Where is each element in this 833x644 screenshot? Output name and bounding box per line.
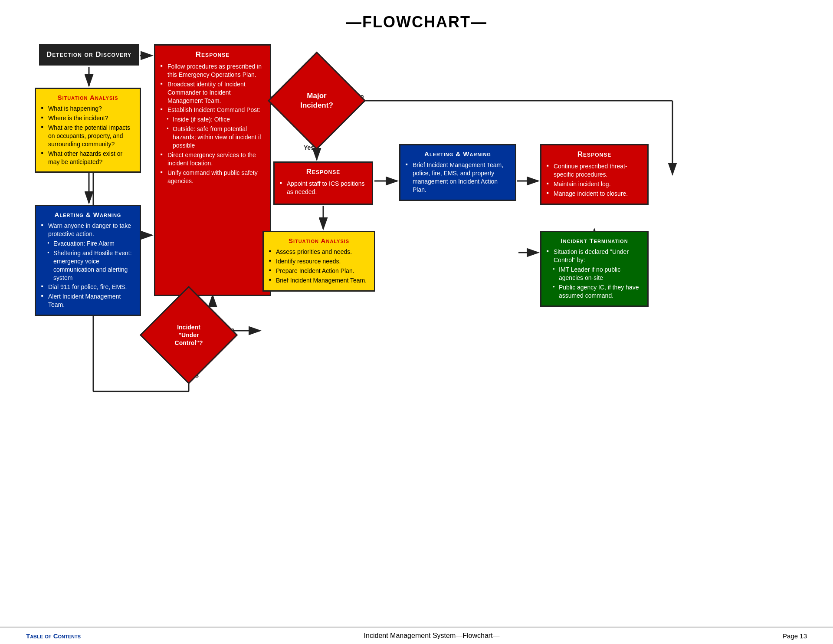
situation-center-title: Situation Analysis (269, 237, 369, 245)
incident-termination-box: Incident Termination Situation is declar… (540, 231, 649, 307)
situation-center-box: Situation Analysis Assess priorities and… (262, 231, 375, 292)
arrows-svg (26, 44, 807, 574)
footer-page: Page 13 (783, 632, 807, 640)
list-item: Alert Incident Management Team. (41, 292, 134, 309)
list-item: Where is the incident? (41, 114, 134, 122)
response-center-top-title: Response (161, 50, 265, 60)
response-center-top-list: Follow procedures as prescribed in this … (161, 62, 265, 185)
major-incident-diamond: MajorIncident? (282, 66, 351, 135)
list-item: Brief Incident Management Team, police, … (406, 161, 510, 194)
major-incident-text: MajorIncident? (300, 91, 333, 110)
list-item: Unify command with public safety agencie… (161, 169, 265, 185)
list-item: IMT Leader if no public agencies on-site (547, 266, 642, 282)
list-item: Warn anyone in danger to take protective… (41, 222, 134, 238)
response-right-list: Continue prescribed threat-specific proc… (547, 162, 642, 198)
list-item: Assess priorities and needs. (269, 248, 369, 256)
list-item: What are the potential impacts on occupa… (41, 124, 134, 148)
list-item: What other hazards exist or may be antic… (41, 150, 134, 166)
situation-left-list: What is happening? Where is the incident… (41, 105, 134, 166)
incident-termination-title: Incident Termination (547, 237, 642, 245)
page-container: —FLOWCHART— (0, 0, 833, 644)
response-center-top-box: Response Follow procedures as prescribed… (154, 44, 271, 296)
page-title: —FLOWCHART— (26, 13, 807, 31)
detection-title: Detection or Discovery (46, 50, 132, 60)
flowchart-area: No Yes YES No Detection or Discovery Sit… (26, 44, 807, 574)
list-item: Sheltering and Hostile Event: emergency … (41, 249, 134, 282)
situation-left-box: Situation Analysis What is happening? Wh… (35, 88, 141, 173)
response-yes-list: Appoint staff to ICS positions as needed… (280, 180, 367, 196)
footer-center: Incident Management System—Flowchart— (364, 632, 500, 640)
main-content: —FLOWCHART— (0, 0, 833, 627)
list-item: Broadcast identity of Incident Commander… (161, 80, 265, 105)
alerting-right-list: Brief Incident Management Team, police, … (406, 161, 510, 194)
list-item: Appoint staff to ICS positions as needed… (280, 180, 367, 196)
list-item: Direct emergency services to the inciden… (161, 151, 265, 168)
list-item: Public agency IC, if they have assumed c… (547, 283, 642, 300)
list-item: Maintain incident log. (547, 180, 642, 188)
alerting-right-box: Alerting & Warning Brief Incident Manage… (399, 144, 516, 201)
list-item: Prepare Incident Action Plan. (269, 267, 369, 275)
alerting-right-title: Alerting & Warning (406, 150, 510, 158)
alerting-left-box: Alerting & Warning Warn anyone in danger… (35, 205, 141, 316)
alerting-left-title: Alerting & Warning (41, 210, 134, 219)
response-right-box: Response Continue prescribed threat-spec… (540, 144, 649, 205)
list-item: Manage incident to closure. (547, 190, 642, 198)
incident-termination-list: Situation is declared "Under Control" by… (547, 248, 642, 299)
list-item: Outside: safe from potential hazards; wi… (161, 125, 265, 150)
list-item: Inside (if safe): Office (161, 115, 265, 124)
list-item: Dial 911 for police, fire, EMS. (41, 283, 134, 291)
list-item: Continue prescribed threat-specific proc… (547, 162, 642, 179)
situation-left-title: Situation Analysis (41, 93, 134, 102)
list-item: Establish Incident Command Post: (161, 106, 265, 114)
list-item: Brief Incident Management Team. (269, 276, 369, 285)
list-item: Evacuation: Fire Alarm (41, 240, 134, 248)
response-yes-box: Response Appoint staff to ICS positions … (273, 161, 373, 205)
detection-box: Detection or Discovery (39, 44, 139, 66)
list-item: What is happening? (41, 105, 134, 113)
footer-toc[interactable]: Table of Contents (26, 632, 81, 640)
under-control-text: Incident"UnderControl"? (175, 323, 203, 347)
list-item: Identify resource needs. (269, 257, 369, 266)
under-control-diamond: Incident"UnderControl"? (154, 300, 223, 370)
list-item: Situation is declared "Under Control" by… (547, 248, 642, 264)
footer: Table of Contents Incident Management Sy… (0, 627, 833, 644)
alerting-left-list: Warn anyone in danger to take protective… (41, 222, 134, 309)
situation-center-list: Assess priorities and needs. Identify re… (269, 248, 369, 285)
response-right-title: Response (547, 150, 642, 160)
response-yes-title: Response (280, 167, 367, 177)
list-item: Follow procedures as prescribed in this … (161, 62, 265, 79)
